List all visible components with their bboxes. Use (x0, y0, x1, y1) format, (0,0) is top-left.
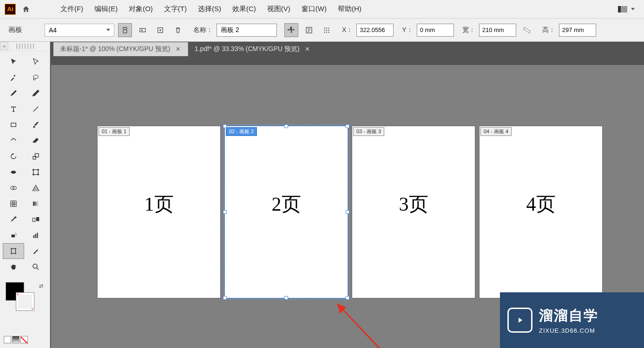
magic-wand-tool[interactable] (3, 70, 24, 85)
artboard-4[interactable]: 04 - 画板 4 4页 (480, 126, 602, 298)
resize-handle[interactable] (284, 296, 288, 300)
svg-point-15 (33, 75, 38, 79)
resize-handle[interactable] (223, 124, 227, 128)
blend-tool[interactable] (25, 212, 46, 227)
preset-select[interactable]: A4 (45, 24, 114, 37)
rotate-tool[interactable] (3, 148, 24, 164)
column-graph-tool[interactable] (25, 227, 46, 243)
artboard-2[interactable]: 02 - 画板 2 2页 (225, 126, 348, 298)
y-label: Y： (402, 26, 413, 34)
curvature-tool[interactable] (25, 85, 46, 101)
svg-point-1 (125, 29, 126, 30)
w-input[interactable] (479, 24, 516, 37)
resize-handle[interactable] (223, 296, 227, 300)
symbol-sprayer-tool[interactable] (3, 227, 24, 243)
document-tab[interactable]: 1.pdf* @ 33.33% (CMYK/GPU 预览) × (188, 42, 317, 56)
eyedropper-tool[interactable] (3, 212, 24, 227)
direct-selection-tool[interactable] (25, 54, 46, 70)
move-artwork-button[interactable] (284, 23, 298, 37)
svg-point-22 (33, 174, 33, 175)
zoom-tool[interactable] (25, 259, 46, 275)
svg-point-3 (141, 29, 143, 31)
play-icon (507, 308, 532, 333)
line-tool[interactable] (25, 101, 46, 117)
panel-collapse-button[interactable]: ‹‹ (0, 42, 8, 50)
h-input[interactable] (559, 24, 596, 37)
menu-edit[interactable]: 编辑(E) (89, 2, 123, 16)
tab-label: 未标题-1* @ 100% (CMYK/GPU 预览) (60, 45, 170, 53)
svg-point-21 (38, 169, 39, 170)
free-transform-tool[interactable] (25, 164, 46, 180)
artboard-content-text: 2页 (225, 191, 348, 217)
orientation-portrait-button[interactable] (118, 23, 132, 37)
stroke-color-swatch[interactable] (16, 292, 34, 311)
none-mode-button[interactable] (20, 336, 28, 343)
resize-handle[interactable] (346, 210, 349, 214)
scale-tool[interactable] (25, 148, 46, 164)
artboard-3[interactable]: 03 - 画板 3 3页 (352, 126, 475, 298)
artboard-1[interactable]: 01 - 画板 1 1页 (98, 126, 220, 298)
workspace-switcher-icon[interactable] (618, 6, 627, 13)
link-dimensions-button[interactable] (520, 23, 534, 37)
document-tab[interactable]: 未标题-1* @ 100% (CMYK/GPU 预览) × (53, 42, 188, 56)
resize-handle[interactable] (346, 296, 349, 300)
menu-text[interactable]: 文字(T) (158, 2, 192, 16)
home-icon[interactable] (20, 4, 32, 15)
y-input[interactable] (417, 24, 454, 37)
artboard-options-button[interactable] (302, 23, 316, 37)
delete-artboard-button[interactable] (171, 23, 185, 37)
menu-select[interactable]: 选择(S) (192, 2, 227, 16)
pen-tool[interactable] (3, 85, 24, 101)
reference-point-button[interactable] (320, 23, 334, 37)
selection-tool[interactable] (3, 54, 24, 70)
rectangle-tool[interactable] (3, 117, 24, 133)
artboard-name-input[interactable] (217, 24, 277, 37)
menu-view[interactable]: 视图(V) (262, 2, 296, 16)
shaper-tool[interactable] (3, 133, 24, 148)
x-input[interactable] (356, 24, 394, 37)
new-artboard-button[interactable] (153, 23, 167, 37)
artboard-tool[interactable] (3, 243, 24, 259)
menu-file[interactable]: 文件(F) (55, 2, 89, 16)
svg-point-20 (33, 169, 33, 170)
svg-rect-28 (33, 218, 35, 222)
resize-handle[interactable] (284, 124, 288, 128)
eraser-tool[interactable] (25, 133, 46, 148)
svg-point-12 (324, 32, 325, 32)
gradient-tool[interactable] (25, 196, 46, 212)
orientation-landscape-button[interactable] (136, 23, 150, 37)
resize-handle[interactable] (346, 124, 349, 128)
chevron-down-icon (106, 29, 110, 31)
menu-object[interactable]: 对象(O) (123, 2, 158, 16)
perspective-grid-tool[interactable] (25, 180, 46, 196)
shape-builder-tool[interactable] (3, 180, 24, 196)
watermark-url: ZIXUE.3D66.COM (539, 327, 598, 334)
paintbrush-tool[interactable] (25, 117, 46, 133)
close-icon[interactable]: × (304, 45, 310, 53)
width-tool[interactable] (3, 164, 24, 180)
color-mode-button[interactable] (4, 336, 11, 343)
svg-point-13 (326, 32, 327, 32)
watermark-title: 溜溜自学 (539, 306, 598, 325)
mode-label: 画板 (8, 26, 22, 34)
mesh-tool[interactable] (3, 196, 24, 212)
svg-point-31 (15, 233, 16, 234)
swap-colors-icon[interactable]: ⇄ (39, 283, 43, 289)
svg-point-10 (326, 29, 327, 30)
resize-handle[interactable] (223, 210, 227, 214)
type-tool[interactable] (3, 101, 24, 117)
svg-point-8 (328, 27, 329, 28)
gradient-mode-button[interactable] (12, 336, 20, 343)
menu-effect[interactable]: 效果(C) (227, 2, 262, 16)
chevron-down-icon[interactable] (631, 8, 635, 10)
slice-tool[interactable] (25, 243, 46, 259)
close-icon[interactable]: × (175, 45, 181, 53)
annotation-arrow-icon (335, 303, 390, 348)
svg-point-33 (16, 235, 17, 236)
lasso-tool[interactable] (25, 70, 46, 85)
color-swatches: ⇄ (0, 282, 50, 310)
menu-items: 文件(F) 编辑(E) 对象(O) 文字(T) 选择(S) 效果(C) 视图(V… (55, 2, 367, 16)
menu-window[interactable]: 窗口(W) (296, 2, 332, 16)
menu-help[interactable]: 帮助(H) (332, 2, 367, 16)
hand-tool[interactable] (3, 259, 24, 275)
